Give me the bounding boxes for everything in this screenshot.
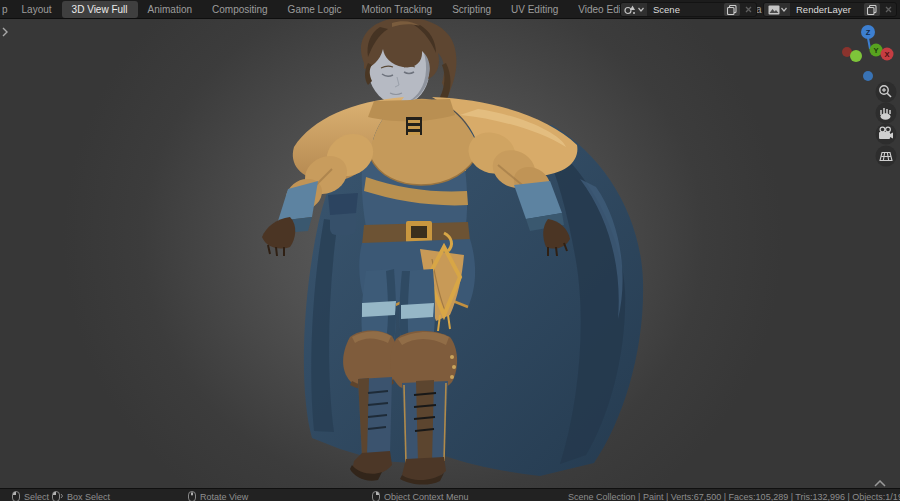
mouse-middle-drag-icon xyxy=(188,491,196,501)
close-icon xyxy=(885,6,892,13)
tab-partial[interactable]: p xyxy=(0,1,12,18)
chevron-down-icon xyxy=(781,7,787,12)
chevron-down-icon xyxy=(638,7,644,12)
hint-box-select: Box Select xyxy=(52,491,110,501)
mouse-left-icon xyxy=(12,491,20,501)
renderlayer-browse-button[interactable] xyxy=(764,3,790,16)
renderlayer-remove-button[interactable] xyxy=(882,6,894,13)
duplicate-icon xyxy=(867,5,877,15)
scene-selector[interactable]: Scene xyxy=(620,2,757,17)
tab-layout[interactable]: Layout xyxy=(12,1,62,18)
axis-y-neg[interactable] xyxy=(850,50,862,62)
hint-label: Rotate View xyxy=(200,492,248,501)
tab-3d-view-full[interactable]: 3D View Full xyxy=(62,1,138,18)
tab-animation[interactable]: Animation xyxy=(138,1,202,18)
axis-x-label: X xyxy=(884,50,889,59)
tab-motion-tracking[interactable]: Motion Tracking xyxy=(352,1,443,18)
renderlayer-name[interactable]: RenderLayer xyxy=(790,4,864,15)
hint-select: Select xyxy=(12,491,49,501)
scene-stats: Scene Collection | Paint | Verts:67,500 … xyxy=(568,492,900,501)
mouse-right-icon xyxy=(372,491,380,501)
axis-z-label: Z xyxy=(866,28,871,37)
hint-label: Select xyxy=(24,492,49,501)
tab-game-logic[interactable]: Game Logic xyxy=(278,1,352,18)
viewport-gizmos: Y X Z xyxy=(830,19,900,179)
duplicate-icon xyxy=(727,5,737,15)
topbar: p Layout 3D View Full Animation Composit… xyxy=(0,0,900,19)
scene-new-button[interactable] xyxy=(724,3,740,16)
scene-name[interactable]: Scene xyxy=(647,4,724,15)
tab-compositing[interactable]: Compositing xyxy=(202,1,278,18)
hint-rotate-view: Rotate View xyxy=(188,491,248,501)
renderlayer-selector[interactable]: RenderLayer xyxy=(763,2,897,17)
scene-icon xyxy=(624,4,637,15)
character-body xyxy=(262,19,643,485)
grid-ortho-button[interactable] xyxy=(876,146,897,167)
hint-label: Object Context Menu xyxy=(384,492,469,501)
axis-z-neg[interactable] xyxy=(863,71,873,81)
axis-y-label: Y xyxy=(873,46,878,55)
character-model[interactable] xyxy=(0,19,900,488)
scene-unlink-button[interactable] xyxy=(742,6,754,13)
statusbar-expand-icon[interactable] xyxy=(873,480,887,487)
axis-gizmo[interactable]: Y X Z xyxy=(842,25,894,81)
viewport-3d[interactable]: Y X Z xyxy=(0,19,900,488)
tab-scripting[interactable]: Scripting xyxy=(442,1,501,18)
camera-view-button[interactable] xyxy=(876,124,897,145)
hint-object-context-menu: Object Context Menu xyxy=(372,491,469,501)
renderlayer-new-button[interactable] xyxy=(864,3,880,16)
image-icon xyxy=(768,5,780,15)
tab-uv-editing[interactable]: UV Editing xyxy=(501,1,568,18)
pan-button[interactable] xyxy=(876,103,897,124)
hint-label: Box Select xyxy=(67,492,110,501)
scene-browse-button[interactable] xyxy=(621,3,647,16)
status-bar: Select Box Select Rotate View Object Con… xyxy=(0,488,900,501)
close-icon xyxy=(745,6,752,13)
mouse-left-drag-icon xyxy=(52,491,63,501)
blender-window: p Layout 3D View Full Animation Composit… xyxy=(0,0,900,501)
zoom-button[interactable] xyxy=(876,82,897,103)
